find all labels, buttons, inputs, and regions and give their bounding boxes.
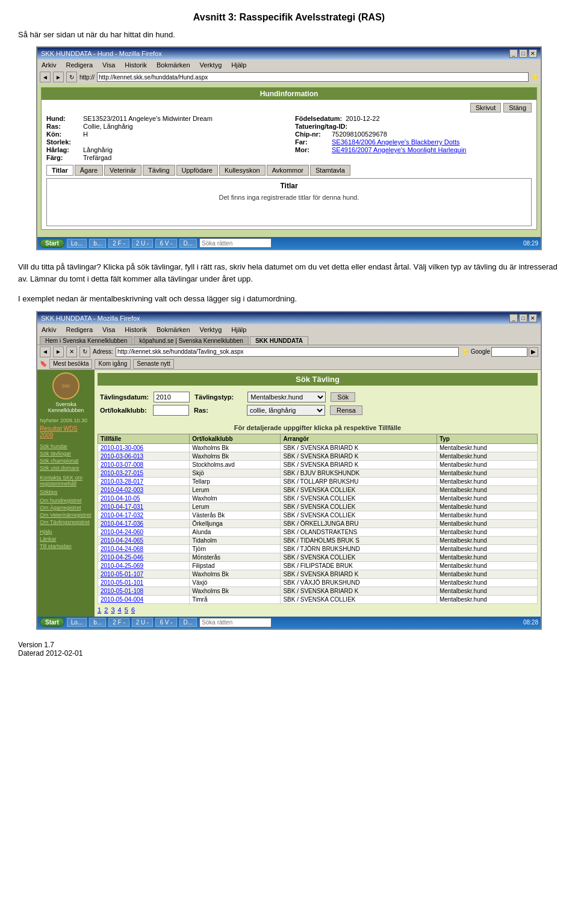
taskbar-item-b-2[interactable]: b...	[89, 618, 106, 627]
bookmark-kom-igang[interactable]: Kom igång	[95, 359, 131, 369]
sidebar-link-sok-domare[interactable]: Sök utst.domare	[40, 465, 92, 471]
sidebar-link-tavlingsregistret[interactable]: Om Tävlingsregistret	[40, 519, 92, 525]
menu-arkiv-1[interactable]: Arkiv	[40, 61, 58, 69]
tab-agare[interactable]: Ägare	[75, 165, 103, 176]
table-cell[interactable]: 2010-05-01-107	[98, 570, 190, 578]
mor-value[interactable]: SE4916/2007 Angeleye's Moonlight Harlequ…	[332, 146, 466, 153]
forward-button-2[interactable]: ►	[53, 346, 64, 357]
far-value[interactable]: SE36184/2006 Angeleye's Blackberry Dotts	[332, 138, 459, 146]
table-row[interactable]: 2010-01-30-006Waxholms BkSBK / SVENSKA B…	[98, 443, 538, 452]
table-cell[interactable]: 2010-04-24-065	[98, 536, 190, 544]
address-input-1[interactable]	[97, 72, 529, 82]
taskbar-item-lo[interactable]: Lo...	[67, 239, 87, 248]
menu-verktyg-1[interactable]: Verktyg	[198, 61, 224, 69]
rensa-button[interactable]: Rensa	[330, 405, 362, 415]
tab-avkommor[interactable]: Avkommor	[267, 165, 309, 176]
sidebar-link-hjalp[interactable]: Hjälp	[40, 529, 92, 535]
table-cell[interactable]: 2010-03-07-008	[98, 460, 190, 469]
table-row[interactable]: 2010-04-17-036ÖrkelljungaSBK / ÖRKELLJUN…	[98, 519, 538, 528]
page-6[interactable]: 6	[131, 606, 135, 614]
menu-arkiv-2[interactable]: Arkiv	[40, 325, 58, 334]
bookmark-mest-besokta[interactable]: Mest besökta	[49, 359, 92, 369]
taskbar-item-d[interactable]: D...	[179, 239, 197, 248]
table-row[interactable]: 2010-03-28-017TellarpSBK / TOLLARP BRUKS…	[98, 477, 538, 485]
table-row[interactable]: 2010-04-25-046MönsteråsSBK / SVENSKA COL…	[98, 553, 538, 561]
table-row[interactable]: 2010-04-24-065TidaholmSBK / TIDAHOLMS BR…	[98, 536, 538, 544]
start-button-1[interactable]: Start	[40, 239, 64, 248]
table-row[interactable]: 2010-03-27-015SkjöSBK / BJUV BRUKSHUNDKM…	[98, 469, 538, 477]
page-1[interactable]: 1	[98, 606, 101, 614]
table-cell[interactable]: 2010-04-24-060	[98, 528, 190, 536]
page-2[interactable]: 2	[104, 606, 108, 614]
tab-stamtavla[interactable]: Stamtavla	[310, 165, 350, 176]
taskbar-item-6v[interactable]: 6 V -	[155, 239, 176, 248]
taskbar-item-2f-2[interactable]: 2 F -	[108, 618, 129, 627]
table-cell[interactable]: 2010-03-27-015	[98, 469, 190, 477]
ras-select[interactable]: collie, långhårig	[247, 405, 325, 416]
page-5[interactable]: 5	[125, 606, 128, 614]
bookmark-senaste-nytt[interactable]: Senaste nytt	[133, 359, 174, 369]
table-cell[interactable]: 2010-04-02-003	[98, 485, 190, 494]
table-row[interactable]: 2010-04-24-060AlundaSBK / OLANDSTRAKTENS…	[98, 528, 538, 536]
start-button-2[interactable]: Start	[40, 618, 64, 627]
table-row[interactable]: 2010-05-04-004TimråSBK / SVENSKA COLLIEK…	[98, 595, 538, 603]
sidebar-link-sok-championat[interactable]: Sök championat	[40, 458, 92, 464]
minimize-button-1[interactable]: _	[509, 49, 518, 58]
table-cell[interactable]: 2010-03-28-017	[98, 477, 190, 485]
menu-redigera-2[interactable]: Redigera	[64, 325, 95, 334]
taskbar-item-b[interactable]: b...	[89, 239, 106, 248]
table-row[interactable]: 2010-04-10-05WaxholmSBK / SVENSKA COLLIE…	[98, 494, 538, 502]
table-cell[interactable]: 2010-05-01-108	[98, 587, 190, 595]
back-button-2[interactable]: ◄	[40, 346, 51, 357]
stang-button[interactable]: Stäng	[503, 103, 532, 112]
table-cell[interactable]: 2010-04-17-032	[98, 511, 190, 519]
menu-redigera-1[interactable]: Redigera	[64, 61, 95, 69]
close-button-1[interactable]: ✕	[529, 49, 537, 58]
sidebar-link-hundregistret[interactable]: Om hundregistret	[40, 497, 92, 504]
taskbar-item-2u[interactable]: 2 U -	[132, 239, 154, 248]
skrivut-button[interactable]: Skrivut	[470, 103, 502, 112]
search-box-input-2[interactable]	[491, 347, 527, 357]
maximize-button-2[interactable]: □	[519, 314, 527, 322]
sidebar-link-lankar[interactable]: Länkar	[40, 536, 92, 542]
table-cell[interactable]: 2010-05-01-101	[98, 578, 190, 587]
sidebar-link-agarregistret[interactable]: Om Ägarregistret	[40, 505, 92, 511]
menu-hjalp-1[interactable]: Hjälp	[229, 61, 248, 69]
menu-hjalp-2[interactable]: Hjälp	[229, 325, 248, 334]
table-cell[interactable]: 2010-03-06-013	[98, 452, 190, 460]
sidebar-link-sok-tavlingar[interactable]: Sök tävlingar	[40, 451, 92, 457]
table-row[interactable]: 2010-04-02-003LerumSBK / SVENSKA COLLIEK…	[98, 485, 538, 494]
back-button-1[interactable]: ◄	[40, 72, 51, 82]
sidebar-link-sok-hundar[interactable]: Sök hundar	[40, 443, 92, 449]
taskbar-item-2u-2[interactable]: 2 U -	[132, 618, 154, 627]
table-row[interactable]: 2010-03-06-013Waxholms BkSBK / SVENSKA B…	[98, 452, 538, 460]
table-row[interactable]: 2010-05-01-101VäxjöSBK / VÄXJÖ BRUKSHUND…	[98, 578, 538, 587]
taskbar-search-2[interactable]	[199, 618, 272, 627]
table-row[interactable]: 2010-04-17-031LerumSBK / SVENSKA COLLIEK…	[98, 502, 538, 511]
tab-kullesyskon[interactable]: Kullesyskon	[219, 165, 266, 176]
tab-uppfodare[interactable]: Uppfödare	[176, 165, 218, 176]
search-go-button-2[interactable]: ▶	[529, 347, 538, 357]
table-cell[interactable]: 2010-04-24-068	[98, 544, 190, 553]
page-4[interactable]: 4	[118, 606, 122, 614]
browser-tab-kopahund[interactable]: köpahund.se | Svenska Kennelklubben	[134, 336, 249, 345]
sidebar-link-soktips[interactable]: Söktips	[40, 489, 92, 495]
sok-button[interactable]: Sök	[331, 392, 355, 402]
menu-bokmarken-1[interactable]: Bokmärken	[155, 61, 192, 69]
taskbar-item-lo-2[interactable]: Lo...	[67, 618, 87, 627]
browser-tab-skk[interactable]: SKK HUNDDATA	[250, 336, 308, 345]
menu-historik-1[interactable]: Historik	[123, 61, 149, 69]
menu-bokmarken-2[interactable]: Bokmärken	[155, 325, 192, 334]
table-cell[interactable]: 2010-04-17-031	[98, 502, 190, 511]
menu-historik-2[interactable]: Historik	[123, 325, 149, 334]
browser-tab-hem[interactable]: Hem i Svenska Kennelklubben	[40, 336, 132, 345]
minimize-button-2[interactable]: _	[509, 314, 518, 322]
sidebar-link-startsidan[interactable]: Till startsidan	[40, 543, 92, 549]
address-input-2[interactable]	[116, 347, 459, 357]
table-cell[interactable]: 2010-04-25-069	[98, 561, 190, 570]
table-cell[interactable]: 2010-01-30-006	[98, 443, 190, 452]
table-cell[interactable]: 2010-04-10-05	[98, 494, 190, 502]
tavlingsdatum-input[interactable]	[154, 392, 190, 402]
taskbar-item-2f[interactable]: 2 F -	[108, 239, 129, 248]
taskbar-search-1[interactable]	[199, 238, 272, 248]
